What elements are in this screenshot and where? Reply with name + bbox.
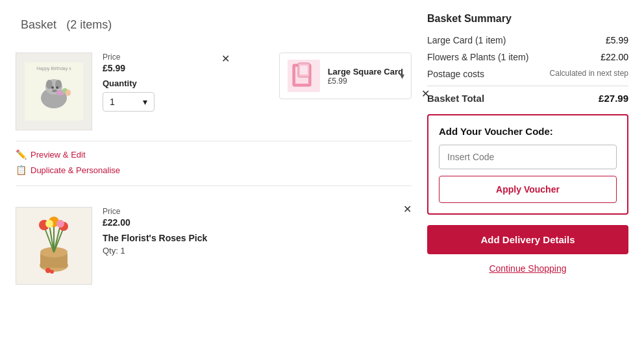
item-2-card: Price £22.00 The Florist's Roses Pick Qt… [16, 197, 412, 295]
right-column: Basket Summary Large Card (1 item) £5.99… [427, 13, 628, 345]
svg-point-28 [45, 220, 53, 228]
addon-area: Large Square Card £5.99 ▾ ✕ [279, 53, 412, 99]
summary-row-1-label: Large Card (1 item) [427, 35, 506, 45]
divider [16, 185, 412, 186]
item-count: (2 items) [66, 18, 112, 31]
edit-icon: ✏️ [16, 149, 27, 160]
svg-rect-15 [300, 66, 308, 75]
item-1-details: Price £5.99 Quantity 1 ▾ [103, 53, 269, 112]
voucher-section: Add Your Voucher Code: Apply Voucher [427, 114, 628, 215]
item-2-remove-button[interactable]: ✕ [403, 203, 412, 215]
duplicate-label: Duplicate & Personalise [31, 165, 120, 175]
left-column: Basket (2 items) Happy Birthday x [16, 13, 412, 345]
item-1-image: Happy Birthday x [16, 53, 92, 130]
item-1-remove-button[interactable]: ✕ [221, 53, 230, 65]
summary-row-1: Large Card (1 item) £5.99 [427, 35, 628, 45]
addon-card[interactable]: Large Square Card £5.99 ▾ [279, 53, 412, 99]
addon-thumbnail [291, 62, 316, 90]
addon-info: Large Square Card £5.99 [328, 67, 403, 86]
voucher-title: Add Your Voucher Code: [439, 126, 617, 137]
summary-row-3: Postage costs Calculated in next step [427, 69, 628, 79]
addon-remove-button[interactable]: ✕ [421, 88, 430, 100]
summary-title: Basket Summary [427, 13, 628, 25]
summary-total-row: Basket Total £27.99 [427, 86, 628, 104]
page-title: Basket (2 items) [16, 13, 412, 33]
item-2-qty: Qty: 1 [103, 246, 412, 256]
item-1-card: Happy Birthday x Price £5.99 [16, 46, 412, 141]
svg-point-31 [50, 270, 54, 274]
summary-row-3-label: Postage costs [427, 69, 484, 79]
item-2-name: The Florist's Roses Pick [103, 233, 412, 243]
continue-shopping-link[interactable]: Continue Shopping [427, 263, 628, 274]
svg-point-30 [45, 268, 51, 273]
svg-text:Happy Birthday x: Happy Birthday x [36, 66, 71, 71]
item-2-image [16, 207, 92, 285]
page-title-text: Basket [21, 18, 56, 31]
summary-row-2-value: £22.00 [601, 52, 628, 62]
item-2-thumbnail [25, 213, 83, 278]
svg-point-11 [66, 90, 71, 96]
summary-row-1-value: £5.99 [606, 35, 628, 45]
addon-name: Large Square Card [328, 67, 403, 77]
item-1-qty-value: 1 [110, 97, 115, 107]
summary-row-2: Flowers & Plants (1 item) £22.00 [427, 52, 628, 62]
summary-total-label: Basket Total [427, 93, 484, 104]
apply-voucher-button[interactable]: Apply Voucher [439, 176, 617, 203]
item-1-qty-chevron: ▾ [143, 97, 147, 107]
voucher-code-input[interactable] [439, 145, 617, 169]
svg-point-29 [56, 220, 64, 228]
add-delivery-details-button[interactable]: Add Delivery Details [427, 225, 628, 254]
item-2-price: £22.00 [103, 217, 412, 228]
preview-edit-label: Preview & Edit [31, 150, 86, 160]
addon-image [288, 60, 320, 92]
item-2-details: Price £22.00 The Florist's Roses Pick Qt… [103, 207, 412, 256]
addon-price: £5.99 [328, 77, 403, 86]
summary-row-2-label: Flowers & Plants (1 item) [427, 52, 528, 62]
item-1-thumbnail: Happy Birthday x [25, 62, 83, 121]
item-1-price-label: Price [103, 53, 269, 62]
duplicate-personalise-link[interactable]: 📋 Duplicate & Personalise [16, 165, 412, 175]
summary-total-value: £27.99 [599, 93, 628, 104]
item-1-qty-select[interactable]: 1 ▾ [103, 92, 155, 112]
item-1-qty-label: Quantity [103, 78, 269, 88]
svg-point-6 [51, 86, 54, 89]
copy-icon: 📋 [16, 165, 27, 175]
item-1-actions: ✏️ Preview & Edit 📋 Duplicate & Personal… [16, 149, 412, 175]
summary-row-3-value: Calculated in next step [550, 69, 628, 79]
addon-chevron-icon: ▾ [400, 71, 404, 81]
summary-box: Basket Summary Large Card (1 item) £5.99… [427, 13, 628, 274]
item-1-price: £5.99 [103, 63, 269, 73]
item-2-price-label: Price [103, 207, 412, 216]
svg-point-7 [56, 86, 58, 89]
preview-edit-link[interactable]: ✏️ Preview & Edit [16, 149, 412, 160]
